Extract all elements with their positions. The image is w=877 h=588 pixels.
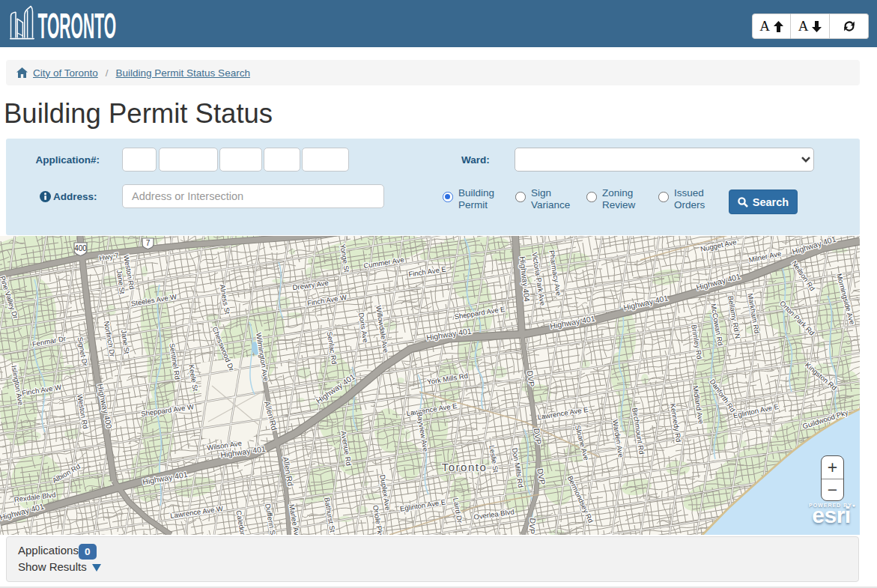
svg-text:DVP: DVP — [532, 428, 543, 445]
svg-text:DVP: DVP — [527, 518, 538, 535]
svg-text:TORONTO: TORONTO — [37, 4, 116, 46]
svg-text:400: 400 — [74, 244, 87, 252]
svg-text:7: 7 — [146, 239, 151, 247]
svg-text:DVP: DVP — [526, 370, 536, 387]
svg-text:Toronto: Toronto — [442, 461, 488, 473]
